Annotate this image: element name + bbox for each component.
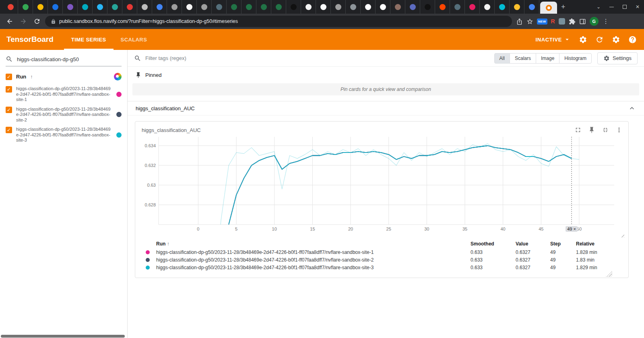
browser-tab[interactable] <box>376 0 390 14</box>
select-all-checkbox[interactable]: ✓ <box>6 74 12 80</box>
new-extension-badge[interactable]: NEW <box>537 19 547 25</box>
pin-card-icon[interactable] <box>588 126 595 134</box>
chart-svg[interactable]: 0.6280.630.6320.634051015202530354045504… <box>138 134 617 236</box>
browser-tab[interactable] <box>48 0 63 14</box>
extensions-puzzle-icon[interactable] <box>569 18 576 25</box>
refresh-data-icon[interactable] <box>595 35 604 44</box>
browser-tab[interactable] <box>167 0 182 14</box>
sidebar-horizontal-scrollbar[interactable] <box>1 335 125 338</box>
close-button[interactable]: ✕ <box>631 0 644 14</box>
run-checkbox[interactable]: ✓ <box>6 107 12 113</box>
share-icon[interactable] <box>516 18 523 25</box>
run-checkbox[interactable]: ✓ <box>6 86 12 93</box>
tab-scalars[interactable]: SCALARS <box>114 29 155 50</box>
browser-tab[interactable] <box>137 0 152 14</box>
browser-tab[interactable] <box>93 0 107 14</box>
browser-tab[interactable] <box>242 0 256 14</box>
browser-tab[interactable] <box>3 0 18 14</box>
browser-tab[interactable] <box>450 0 465 14</box>
help-icon[interactable] <box>628 35 637 44</box>
browser-tab[interactable] <box>256 0 271 14</box>
tag-filter-input[interactable]: Filter tags (regex) <box>134 55 186 62</box>
section-header[interactable]: higgs_classification_AUC <box>128 101 644 115</box>
auto-reload-settings-icon[interactable] <box>579 35 587 44</box>
settings-gear-icon[interactable] <box>612 35 620 44</box>
table-header-step[interactable]: Step <box>549 241 574 247</box>
settings-button[interactable]: Settings <box>597 52 638 64</box>
chart-area[interactable]: 0.6280.630.6320.634051015202530354045504… <box>138 134 625 237</box>
browser-tab[interactable] <box>122 0 137 14</box>
browser-tab[interactable] <box>182 0 197 14</box>
back-icon[interactable] <box>4 16 15 27</box>
table-header-smoothed[interactable]: Smoothed <box>469 241 514 247</box>
minimize-button[interactable] <box>605 0 618 14</box>
chart-resize-handle[interactable] <box>620 233 624 237</box>
tab-strip: + ⌄ ✕ <box>0 0 644 14</box>
browser-tab[interactable] <box>495 0 510 14</box>
browser-tab[interactable] <box>316 0 331 14</box>
browser-tab[interactable] <box>212 0 227 14</box>
browser-tab[interactable] <box>271 0 286 14</box>
new-tab-button[interactable]: + <box>557 3 570 14</box>
profile-avatar[interactable]: G <box>590 17 599 26</box>
url-bar[interactable]: public.sandbox.flos.navify.com/?runFilte… <box>45 16 512 27</box>
browser-tab[interactable] <box>346 0 361 14</box>
browser-tab[interactable] <box>33 0 48 14</box>
filter-scalars-button[interactable]: Scalars <box>510 53 536 64</box>
browser-tab[interactable] <box>18 0 33 14</box>
run-list-item[interactable]: ✓higgs-classification-dp-g50/2023-11-28/… <box>0 84 127 105</box>
chevron-up-icon[interactable] <box>628 104 636 112</box>
browser-tab[interactable] <box>197 0 212 14</box>
tag-filter-group: AllScalarsImageHistogram <box>494 53 592 64</box>
table-header-value[interactable]: Value <box>514 241 549 247</box>
filter-image-button[interactable]: Image <box>536 53 559 64</box>
bookmark-star-icon[interactable] <box>526 18 533 25</box>
table-header-run[interactable]: Run ↑ <box>155 241 469 247</box>
run-list-item[interactable]: ✓higgs-classification-dp-g50/2023-11-28/… <box>0 125 127 146</box>
browser-tab[interactable] <box>361 0 376 14</box>
browser-tab[interactable] <box>152 0 167 14</box>
browser-tab[interactable] <box>301 0 316 14</box>
tensorboard-header: TensorBoard TIME SERIES SCALARS INACTIVE <box>0 29 644 50</box>
browser-tab[interactable] <box>524 0 539 14</box>
run-checkbox[interactable]: ✓ <box>6 127 12 133</box>
tab-time-series[interactable]: TIME SERIES <box>64 29 114 50</box>
browser-tab[interactable] <box>390 0 405 14</box>
collapse-icon[interactable] <box>602 126 609 134</box>
reload-icon[interactable] <box>31 16 43 27</box>
tab-search-icon[interactable]: ⌄ <box>592 0 605 14</box>
browser-tab[interactable] <box>480 0 495 14</box>
active-tab[interactable] <box>540 2 557 14</box>
side-panel-icon[interactable] <box>579 18 586 25</box>
browser-tab[interactable] <box>107 0 122 14</box>
browser-menu-icon[interactable]: ⋮ <box>602 18 610 25</box>
r-extension-icon[interactable]: R <box>551 18 555 25</box>
browser-tab[interactable] <box>405 0 420 14</box>
browser-tab[interactable] <box>227 0 242 14</box>
extension-icon[interactable] <box>559 18 565 25</box>
run-search[interactable]: higgs-classification-dp-g50 <box>0 50 127 66</box>
filter-histogram-button[interactable]: Histogram <box>559 53 592 64</box>
browser-tab[interactable] <box>420 0 435 14</box>
sort-asc-icon[interactable]: ↑ <box>30 74 33 80</box>
table-header-relative[interactable]: Relative <box>574 241 623 247</box>
fullscreen-icon[interactable] <box>574 126 582 134</box>
maximize-button[interactable] <box>618 0 631 14</box>
palette-icon[interactable] <box>114 73 122 80</box>
more-options-icon[interactable] <box>615 126 623 134</box>
browser-tab[interactable] <box>63 0 78 14</box>
browser-tab[interactable] <box>331 0 346 14</box>
runs-header-label: Run <box>16 74 26 80</box>
reload-status-dropdown[interactable]: INACTIVE <box>536 36 571 43</box>
filter-all-button[interactable]: All <box>494 53 510 64</box>
browser-tab[interactable] <box>78 0 93 14</box>
browser-tab[interactable] <box>510 0 524 14</box>
browser-tab[interactable] <box>286 0 301 14</box>
browser-tab[interactable] <box>465 0 480 14</box>
run-color-dot <box>116 132 122 138</box>
browser-tab[interactable] <box>435 0 450 14</box>
forward-icon[interactable] <box>18 16 29 27</box>
run-list-item[interactable]: ✓higgs-classification-dp-g50/2023-11-28/… <box>0 105 127 126</box>
table-smoothed: 0.633 <box>469 257 514 263</box>
gear-icon <box>603 55 610 62</box>
